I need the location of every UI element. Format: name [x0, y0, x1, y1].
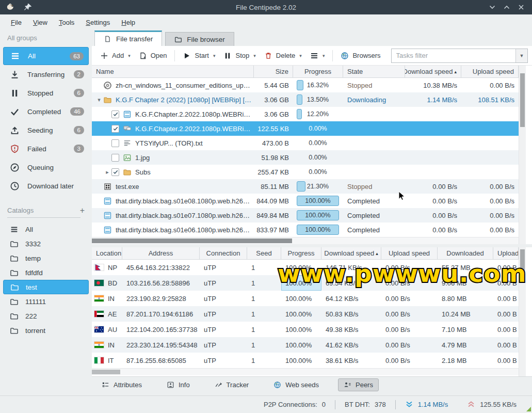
task-row[interactable]: ▸Subs 255.47 KB 0.00% [92, 165, 519, 179]
menu-tools[interactable]: Tools [53, 17, 80, 28]
menu-help[interactable]: Help [116, 17, 141, 28]
task-row[interactable]: zh-cn_windows_11_consumer_editions_upd··… [92, 78, 519, 92]
catalog-item-fdfdfd[interactable]: fdfdfd [3, 265, 89, 280]
menu-settings[interactable]: Settings [80, 17, 116, 28]
peer-seed: 1 [247, 275, 281, 291]
sidebar-item-transferring[interactable]: Transferring 2 [3, 65, 89, 84]
play-icon [183, 52, 191, 60]
column-header-downloaded[interactable]: Downloaded [438, 247, 493, 259]
filter-dropdown-button[interactable]: ▼ [515, 49, 527, 62]
checkbox[interactable] [111, 168, 119, 176]
task-row[interactable]: that.dirty.black.bag.s01e06.1080p.web.h2… [92, 223, 519, 237]
column-header-download-speed[interactable]: Download speed▴ [321, 247, 381, 259]
peers-hscrollbar[interactable] [92, 368, 519, 375]
column-header-upload-speed[interactable]: Upload speed [381, 247, 438, 259]
open-file-icon [139, 52, 147, 60]
column-header-upload[interactable]: Upload [493, 247, 519, 259]
peers-vscrollbar[interactable] [519, 247, 526, 376]
menu-file[interactable]: File [5, 17, 27, 28]
column-header-progress[interactable]: Progress [281, 247, 321, 259]
expander-icon[interactable]: ▾ [95, 97, 103, 103]
peer-row[interactable]: BD 103.216.56.28:58896 uTP 1 100.00% 69.… [92, 275, 519, 291]
catalog-item-torrent[interactable]: torrent [3, 323, 89, 338]
checkbox[interactable] [111, 139, 119, 147]
stop-button[interactable]: Stop▾ [219, 49, 260, 62]
task-row[interactable]: K.G.F.Chapter.2.2022.1080p.WEBRip.x··· 1… [92, 121, 519, 136]
catalog-item-all[interactable]: All [3, 222, 89, 236]
peer-row[interactable]: NP 45.64.163.221:33822 uTP 1 100.00% 146… [92, 260, 519, 275]
add-catalog-button[interactable]: + [80, 208, 85, 213]
task-upload-speed: 0.00 B/s [461, 223, 519, 237]
column-header-upload-speed[interactable]: Upload speed [461, 66, 519, 77]
column-header-address[interactable]: Address [122, 247, 200, 259]
task-size: 255.47 KB [254, 165, 293, 179]
column-header-seed[interactable]: Seed [247, 247, 281, 259]
column-header-location[interactable]: Location [92, 247, 122, 259]
task-row[interactable]: that.dirty.black.bag.s01e08.1080p.web.h2… [92, 194, 519, 208]
peer-upload-speed: 0.00 B/s [381, 322, 438, 337]
catalog-item-test[interactable]: test [3, 280, 89, 294]
tab-file-transfer[interactable]: File transfer [94, 30, 162, 46]
checkbox[interactable] [111, 154, 119, 162]
task-name: that.dirty.black.bag.s01e06.1080p.web.h2… [116, 226, 252, 234]
tasks-vscrollbar[interactable] [519, 66, 526, 244]
bottom-tab-info[interactable]: Info [161, 378, 196, 391]
add-button[interactable]: Add▾ [96, 49, 135, 62]
textfile-icon [123, 139, 132, 148]
column-header-download-speed[interactable]: Download speed▴ [405, 66, 461, 77]
task-row[interactable]: ▾K.G.F Chapter 2 (2022) [1080p] [WEBRip]… [92, 92, 519, 107]
peers-header: LocationAddressConnectionSeedProgressDow… [92, 247, 519, 260]
task-row[interactable]: K.G.F.Chapter.2.2022.1080p.WEBRip.x··· 3… [92, 107, 519, 121]
maximize-icon[interactable] [503, 4, 510, 11]
task-row[interactable]: YTSYifyUP... (TOR).txt 473.00 B 0.00% [92, 136, 519, 150]
catalog-item-3332[interactable]: 3332 [3, 236, 89, 251]
bottom-tab-tracker[interactable]: Tracker [209, 378, 255, 391]
delete-button[interactable]: Delete▾ [260, 49, 306, 62]
catalog-item-111111[interactable]: 111111 [3, 294, 89, 309]
pin-icon[interactable] [23, 3, 33, 12]
sidebar-item-completed[interactable]: Completed 46 [3, 102, 89, 121]
peer-row[interactable]: AU 122.104.200.165:37738 uTP 1 100.00% 4… [92, 322, 519, 337]
expander-icon[interactable]: ▸ [103, 169, 111, 176]
bottom-tab-peers[interactable]: Peers [338, 378, 379, 391]
open-button[interactable]: Open [135, 49, 171, 62]
sidebar-item-seeding[interactable]: Seeding 6 [3, 121, 89, 139]
checkbox[interactable] [111, 125, 119, 133]
resize-grip[interactable] [526, 407, 531, 411]
column-header-progress[interactable]: Progress [293, 66, 343, 77]
start-button[interactable]: Start▾ [179, 49, 219, 62]
globe-icon [341, 52, 349, 60]
browsers-button[interactable]: Browsers [336, 49, 384, 62]
bottom-tab-web-seeds[interactable]: Web seeds [268, 378, 325, 391]
task-row[interactable]: that.dirty.black.bag.s01e07.1080p.web.h2… [92, 208, 519, 223]
tasks-hscrollbar[interactable] [92, 237, 519, 244]
sidebar-item-all[interactable]: All 63 [3, 47, 89, 65]
peer-row[interactable]: IN 223.230.124.195:54348 uTP 1 100.00% 4… [92, 337, 519, 353]
column-header-state[interactable]: State [343, 66, 405, 77]
sidebar-item-failed[interactable]: Failed 3 [3, 139, 89, 158]
sidebar-item-download-later[interactable]: Download later [3, 177, 89, 195]
task-row[interactable]: test.exe 85.11 MB 21.30% Stopped 0.00 B/… [92, 179, 519, 194]
peer-uploaded: 0.00 B [493, 353, 519, 368]
column-header-connection[interactable]: Connection [200, 247, 247, 259]
catalog-item-222[interactable]: 222 [3, 309, 89, 323]
tasks-filter-input[interactable] [392, 49, 515, 62]
bottom-tab-attributes[interactable]: Attributes [96, 378, 148, 391]
peer-row[interactable]: AE 87.201.170.194:61186 uTP 1 100.00% 50… [92, 306, 519, 322]
minimize-icon[interactable] [489, 4, 496, 11]
column-header-name[interactable]: Name [92, 66, 254, 77]
sidebar-item-queuing[interactable]: Queuing [3, 158, 89, 177]
peer-row[interactable]: IT 87.16.255.68:65085 uTP 1 100.00% 38.6… [92, 353, 519, 368]
task-row[interactable]: 1.jpg 51.98 KB 0.00% [92, 150, 519, 165]
menu-view[interactable]: View [27, 17, 53, 28]
checkbox[interactable] [111, 110, 119, 118]
close-icon[interactable] [518, 4, 525, 11]
peer-row[interactable]: IN 223.190.82.9:25828 uTP 1 100.00% 64.1… [92, 291, 519, 306]
sidebar-item-stopped[interactable]: Stopped 6 [3, 84, 89, 102]
column-header-size[interactable]: Size [254, 66, 293, 77]
attributes-icon [102, 381, 109, 389]
catalog-item-temp[interactable]: temp [3, 251, 89, 265]
tab-file-browser[interactable]: File browser [165, 32, 234, 46]
more-menu-button[interactable]: ▾ [306, 49, 329, 62]
trash-icon [264, 52, 272, 60]
